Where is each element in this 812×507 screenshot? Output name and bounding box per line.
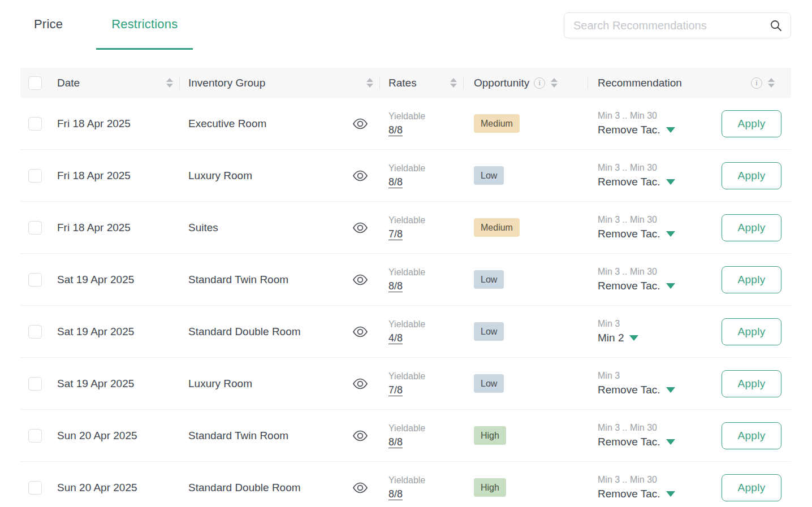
eye-icon[interactable]	[352, 326, 368, 337]
inventory-group-name: Executive Room	[188, 118, 266, 130]
chevron-down-icon	[629, 335, 638, 341]
row-checkbox[interactable]	[28, 273, 42, 287]
table-body: Fri 18 Apr 2025 Executive Room Yieldable…	[20, 98, 791, 507]
inventory-group-name: Suites	[188, 222, 218, 234]
apply-button[interactable]: Apply	[722, 266, 781, 293]
column-header-inventory-group: Inventory Group	[188, 77, 265, 89]
opportunity-badge: Low	[474, 166, 504, 185]
chevron-down-icon	[666, 491, 675, 497]
recommendation-new-value: Min 2	[598, 332, 624, 344]
row-checkbox[interactable]	[28, 377, 42, 391]
apply-button[interactable]: Apply	[722, 214, 781, 241]
recommendation-current: Min 3 .. Min 30	[598, 423, 675, 433]
recommendation-current: Min 3 .. Min 30	[598, 267, 675, 277]
sort-icon-inventory-group[interactable]	[366, 78, 373, 88]
rates-value-link[interactable]: 8/8	[388, 488, 403, 500]
date-value: Fri 18 Apr 2025	[57, 118, 131, 130]
rates-value-link[interactable]: 8/8	[388, 436, 403, 448]
recommendation-dropdown[interactable]: Remove Tac.	[598, 280, 675, 292]
select-all-checkbox[interactable]	[28, 76, 42, 90]
rates-type-label: Yieldable	[388, 215, 425, 226]
inventory-group-name: Standard Double Room	[188, 326, 301, 338]
opportunity-badge: Medium	[474, 114, 520, 133]
row-checkbox[interactable]	[28, 481, 42, 495]
row-checkbox[interactable]	[28, 429, 42, 443]
rates-type-label: Yieldable	[388, 319, 425, 330]
table-row: Sun 20 Apr 2025 Standard Twin Room Yield…	[20, 410, 791, 462]
tab-price[interactable]: Price	[19, 17, 78, 50]
date-value: Sat 19 Apr 2025	[57, 326, 134, 338]
sort-icon-rates[interactable]	[450, 78, 457, 88]
date-value: Fri 18 Apr 2025	[57, 222, 131, 234]
apply-button[interactable]: Apply	[722, 110, 781, 137]
chevron-down-icon	[666, 179, 675, 185]
date-value: Sat 19 Apr 2025	[57, 274, 134, 286]
apply-button[interactable]: Apply	[722, 422, 781, 449]
date-value: Fri 18 Apr 2025	[57, 170, 131, 182]
chevron-down-icon	[666, 127, 675, 133]
table-row: Sat 19 Apr 2025 Standard Double Room Yie…	[20, 306, 791, 358]
table-row: Sat 19 Apr 2025 Standard Twin Room Yield…	[20, 254, 791, 306]
recommendation-dropdown[interactable]: Remove Tac.	[598, 176, 675, 188]
recommendation-current: Min 3 .. Min 30	[598, 111, 675, 121]
recommendation-current: Min 3 .. Min 30	[598, 163, 675, 173]
table-row: Sat 19 Apr 2025 Luxury Room Yieldable 7/…	[20, 358, 791, 410]
apply-button[interactable]: Apply	[722, 474, 781, 501]
row-checkbox[interactable]	[28, 169, 42, 183]
recommendation-dropdown[interactable]: Remove Tac.	[598, 384, 675, 396]
recommendation-current: Min 3	[598, 319, 638, 329]
inventory-group-name: Standard Twin Room	[188, 274, 288, 286]
row-checkbox[interactable]	[28, 325, 42, 339]
recommendation-current: Min 3 .. Min 30	[598, 475, 675, 485]
eye-icon[interactable]	[352, 274, 368, 285]
recommendation-dropdown[interactable]: Remove Tac.	[598, 436, 675, 448]
tab-restrictions[interactable]: Restrictions	[96, 17, 193, 50]
rates-value-link[interactable]: 8/8	[388, 280, 403, 292]
table-row: Sun 20 Apr 2025 Standard Double Room Yie…	[20, 462, 791, 507]
row-checkbox[interactable]	[28, 117, 42, 131]
recommendation-dropdown[interactable]: Remove Tac.	[598, 124, 675, 136]
rates-value-link[interactable]: 4/8	[388, 332, 403, 344]
search-icon[interactable]	[770, 20, 781, 31]
chevron-down-icon	[666, 283, 675, 289]
inventory-group-name: Luxury Room	[188, 170, 252, 182]
sort-icon-date[interactable]	[166, 78, 173, 88]
recommendation-current: Min 3	[598, 371, 675, 381]
rates-value-link[interactable]: 8/8	[388, 124, 403, 136]
apply-button[interactable]: Apply	[722, 162, 781, 189]
search-input[interactable]	[573, 19, 770, 32]
apply-button[interactable]: Apply	[722, 370, 781, 397]
date-value: Sun 20 Apr 2025	[57, 430, 137, 442]
recommendation-dropdown[interactable]: Remove Tac.	[598, 488, 675, 500]
chevron-down-icon	[666, 439, 675, 445]
inventory-group-name: Standard Double Room	[188, 482, 301, 494]
sort-icon-recommendation[interactable]	[768, 78, 775, 88]
apply-button[interactable]: Apply	[722, 318, 781, 345]
column-header-recommendation: Recommendation	[598, 77, 682, 89]
column-header-rates: Rates	[388, 77, 417, 89]
eye-icon[interactable]	[352, 378, 368, 389]
rates-value-link[interactable]: 7/8	[388, 384, 403, 396]
row-checkbox[interactable]	[28, 221, 42, 235]
date-value: Sat 19 Apr 2025	[57, 378, 134, 390]
recommendation-dropdown[interactable]: Min 2	[598, 332, 638, 344]
top-bar: Price Restrictions	[0, 0, 812, 68]
info-icon-opportunity[interactable]: i	[534, 77, 545, 89]
table-row: Fri 18 Apr 2025 Suites Yieldable 7/8 Med…	[20, 202, 791, 254]
eye-icon[interactable]	[352, 170, 368, 181]
sort-icon-opportunity[interactable]	[551, 78, 558, 88]
info-icon-recommendation[interactable]: i	[751, 77, 762, 89]
opportunity-badge: Low	[474, 322, 504, 341]
recommendation-new-value: Remove Tac.	[598, 176, 660, 188]
chevron-down-icon	[666, 231, 675, 237]
rates-value-link[interactable]: 8/8	[388, 176, 403, 188]
eye-icon[interactable]	[352, 222, 368, 233]
search-box[interactable]	[564, 12, 791, 38]
eye-icon[interactable]	[352, 118, 368, 129]
rates-type-label: Yieldable	[388, 267, 425, 278]
eye-icon[interactable]	[352, 482, 368, 493]
recommendation-dropdown[interactable]: Remove Tac.	[598, 228, 675, 240]
rates-value-link[interactable]: 7/8	[388, 228, 403, 240]
rates-type-label: Yieldable	[388, 163, 425, 174]
eye-icon[interactable]	[352, 430, 368, 441]
